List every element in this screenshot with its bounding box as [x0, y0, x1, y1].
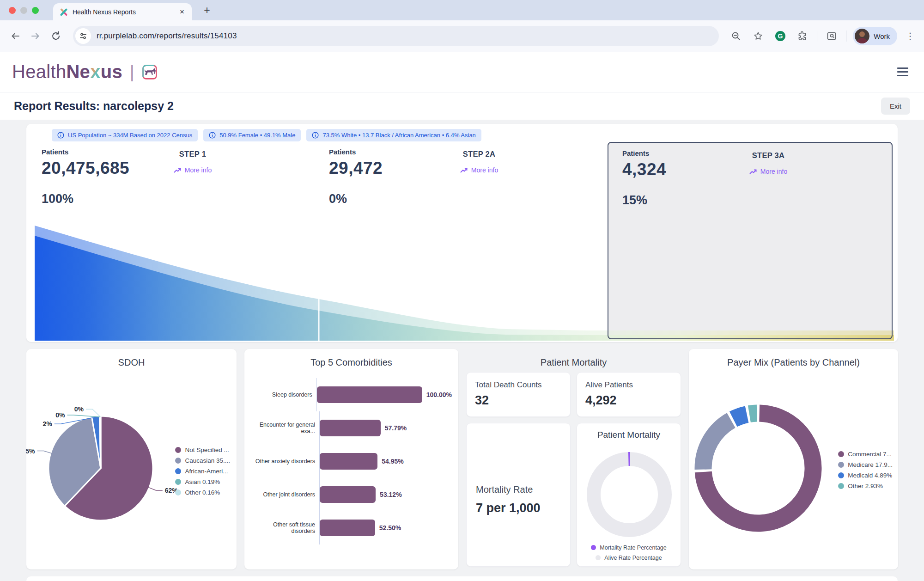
legend-dot — [838, 462, 844, 468]
sdoh-legend: Not Specified ...Caucasian 35....African… — [175, 445, 230, 497]
tab-favicon-icon — [60, 8, 68, 16]
bar-value-label: 54.95% — [382, 458, 403, 465]
zoom-indicator-icon[interactable] — [728, 28, 744, 44]
total-death-label: Total Death Counts — [467, 373, 570, 390]
race-chip[interactable]: 73.5% White • 13.7 Black / African Ameri… — [306, 129, 481, 141]
legend-dot — [175, 458, 181, 464]
legend-label: Other 2.93% — [848, 483, 883, 489]
legend-item[interactable]: Commercial 7... — [838, 449, 893, 459]
back-button[interactable] — [7, 28, 23, 44]
legend-dot — [838, 472, 844, 478]
legend-item[interactable]: Medicare 17.9... — [838, 459, 893, 470]
comorbidities-card: Top 5 Comorbidities Sleep disorders100.0… — [244, 349, 458, 569]
funnel-area-chart — [35, 222, 894, 341]
bar-row: Other soft tissue disorders52.50% — [249, 511, 452, 544]
tab-close-icon[interactable]: × — [179, 7, 185, 17]
avatar — [855, 29, 869, 43]
site-settings-icon[interactable] — [75, 28, 91, 44]
reload-button[interactable] — [48, 28, 64, 44]
more-info-link[interactable]: More info — [704, 168, 833, 175]
legend-dot — [175, 479, 181, 485]
grammarly-extension-icon[interactable]: G — [772, 28, 788, 44]
chip-text: 50.9% Female • 49.1% Male — [219, 132, 295, 139]
mortality-legend: Mortality Rate PercentageAlive Rate Perc… — [577, 543, 681, 562]
legend-item[interactable]: Other 0.16% — [175, 487, 230, 497]
gender-chip[interactable]: 50.9% Female • 49.1% Male — [203, 129, 301, 141]
more-info-link[interactable]: More info — [414, 166, 544, 174]
legend-label: Not Specified ... — [185, 446, 229, 453]
legend-item[interactable]: Mortality Rate Percentage — [591, 543, 667, 552]
funnel-step1-header: STEP 1 More info — [128, 150, 257, 174]
exit-button[interactable]: Exit — [881, 98, 910, 115]
svg-text:G: G — [778, 32, 783, 40]
step-label: STEP 3A — [704, 151, 833, 160]
bar-category-label: Encounter for general exa... — [249, 422, 319, 434]
legend-item[interactable]: African-Ameri... — [175, 466, 230, 476]
legend-item[interactable]: Other 2.93% — [838, 481, 893, 491]
zoom-window-button[interactable] — [32, 7, 39, 14]
donut-segment — [594, 459, 665, 530]
site-logo[interactable]: HealthNexus | — [12, 61, 158, 82]
pie-slice-label: 0% — [55, 411, 65, 419]
bar-value-label: 57.79% — [385, 424, 407, 432]
legend-label: Medicare 17.9... — [848, 461, 893, 468]
legend-dot — [175, 447, 181, 453]
side-panel-search-button[interactable] — [824, 28, 839, 44]
bar-row: Encounter for general exa...57.79% — [249, 411, 452, 445]
legend-item[interactable]: Asian 0.19% — [175, 477, 230, 487]
browser-tab[interactable]: Health Nexus Reports × — [53, 3, 192, 20]
bar-zone: 54.95% — [319, 445, 452, 478]
more-info-label: More info — [760, 168, 787, 175]
mortality-donut-title: Patient Mortality — [577, 423, 681, 440]
address-bar[interactable]: rr.purplelab.com/reports/results/154103 — [73, 26, 719, 46]
step-label: STEP 2A — [414, 150, 544, 159]
toolbar-divider — [817, 31, 817, 42]
hamburger-menu-icon[interactable] — [895, 66, 910, 78]
funnel-step2-header: STEP 2A More info — [414, 150, 544, 174]
next-section-card — [26, 576, 898, 581]
mortality-donut-card: Patient Mortality Mortality Rate Percent… — [577, 423, 681, 567]
page-title: Report Results: narcolepsy 2 — [14, 99, 174, 113]
funnel-step-divider — [318, 296, 320, 341]
legend-item[interactable]: Not Specified ... — [175, 445, 230, 455]
donut-segment — [733, 415, 747, 419]
bar-value-label: 53.12% — [380, 491, 401, 498]
minimize-window-button[interactable] — [20, 7, 27, 14]
donut-segment — [749, 413, 757, 414]
forward-button[interactable] — [28, 28, 43, 44]
trending-up-icon — [460, 167, 468, 173]
legend-label: Caucasian 35.... — [185, 457, 230, 464]
more-info-link[interactable]: More info — [128, 166, 257, 174]
site-logo-text: HealthNexus — [12, 61, 122, 82]
bar — [320, 486, 376, 503]
chip-text: 73.5% White • 13.7 Black / African Ameri… — [322, 132, 475, 139]
legend-item[interactable]: Alive Rate Percentage — [596, 553, 662, 562]
legend-dot — [175, 489, 181, 495]
payer-mix-legend: Commercial 7...Medicare 17.9...Medicaid … — [838, 449, 893, 491]
pie-slice — [100, 416, 101, 468]
mortality-rate-card: Mortality Rate 7 per 1,000 — [466, 423, 571, 567]
bar-category-label: Other joint disorders — [249, 491, 319, 498]
trending-up-icon — [749, 169, 757, 175]
profile-chip[interactable]: Work — [853, 27, 897, 45]
legend-dot — [838, 483, 844, 489]
close-window-button[interactable] — [9, 7, 16, 14]
browser-toolbar: rr.purplelab.com/reports/results/154103 … — [0, 20, 924, 52]
more-info-label: More info — [185, 166, 212, 174]
patients-percent: 15% — [622, 193, 666, 208]
trending-up-icon — [174, 167, 182, 173]
extensions-puzzle-icon[interactable] — [795, 28, 810, 44]
browser-menu-kebab-icon[interactable]: ⋮ — [904, 31, 917, 42]
population-chip[interactable]: US Population ~ 334M Based on 2022 Censu… — [52, 129, 198, 141]
new-tab-button[interactable]: + — [201, 4, 213, 17]
bookmark-star-button[interactable] — [750, 28, 766, 44]
bar — [320, 453, 377, 470]
patients-label: Patients — [622, 149, 666, 157]
tab-title: Health Nexus Reports — [73, 8, 179, 16]
legend-item[interactable]: Medicaid 4.89% — [838, 470, 893, 480]
legend-label: Asian 0.19% — [185, 478, 220, 485]
legend-dot — [838, 451, 844, 457]
profile-label: Work — [874, 32, 890, 40]
chip-text: US Population ~ 334M Based on 2022 Censu… — [68, 132, 192, 139]
legend-item[interactable]: Caucasian 35.... — [175, 455, 230, 465]
